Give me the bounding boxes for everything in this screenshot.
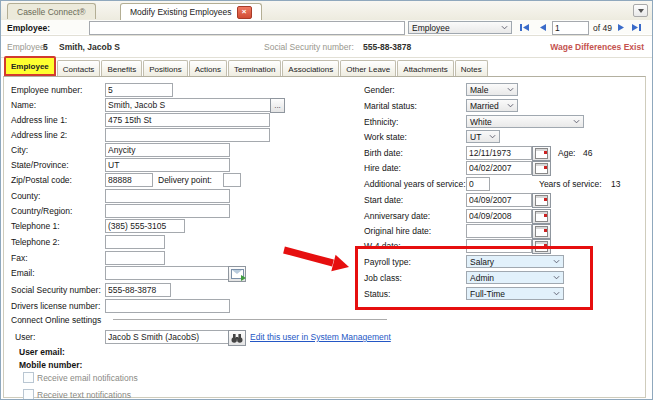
record-index-input[interactable]: [552, 21, 589, 35]
age-value: 46: [583, 148, 592, 158]
county-input[interactable]: [105, 189, 230, 203]
start-date-label: Start date:: [364, 195, 403, 205]
tab-modify-label: Modify Existing Employees: [130, 7, 232, 17]
tab-positions[interactable]: Positions: [143, 60, 187, 76]
ethnicity-label: Ethnicity:: [364, 117, 399, 127]
next-record-icon: [616, 23, 625, 32]
country-region-label: Country/Region:: [11, 206, 72, 216]
record-count-label: of 49: [593, 23, 612, 33]
edit-user-link[interactable]: Edit this user in System Management: [250, 332, 391, 342]
last-record-button[interactable]: [629, 22, 643, 33]
annotation-highlight-box: [355, 246, 593, 310]
original-hire-date-input[interactable]: [466, 224, 532, 238]
start-date-calendar-button[interactable]: [532, 193, 551, 208]
hire-date-calendar-button[interactable]: [532, 161, 551, 176]
gender-dropdown[interactable]: Male: [466, 83, 518, 96]
tab-contacts[interactable]: Contacts: [57, 60, 101, 76]
last-record-icon: [631, 23, 642, 32]
fax-input[interactable]: [105, 251, 165, 265]
user-input[interactable]: [105, 330, 229, 344]
form-tab-strip: Employee Contacts Benefits Positions Act…: [4, 59, 489, 76]
gender-label: Gender:: [364, 85, 395, 95]
tab-actions[interactable]: Actions: [189, 60, 227, 76]
chevron-down-icon: [489, 134, 496, 139]
additional-years-input[interactable]: [466, 177, 490, 191]
tab-attachments[interactable]: Attachments: [397, 60, 453, 76]
address-line-1-input[interactable]: [105, 113, 270, 127]
start-date-input[interactable]: [466, 193, 532, 207]
close-tab-icon[interactable]: ×: [237, 6, 252, 19]
section-divider: [113, 319, 387, 320]
next-record-button[interactable]: [613, 22, 627, 33]
name-input[interactable]: [105, 98, 271, 112]
user-email-label: User email:: [19, 347, 65, 357]
delivery-point-input[interactable]: [223, 173, 241, 187]
email-input[interactable]: [105, 266, 229, 280]
tab-benefits[interactable]: Benefits: [101, 60, 142, 76]
binoculars-icon: [231, 334, 243, 343]
drivers-license-label: Drivers license number:: [11, 301, 100, 311]
receive-text-checkbox[interactable]: [23, 389, 34, 400]
name-browse-button[interactable]: ...: [270, 98, 285, 113]
drivers-license-input[interactable]: [105, 299, 230, 313]
tab-associations[interactable]: Associations: [282, 60, 339, 76]
tab-modify-existing-employees[interactable]: Modify Existing Employees ×: [120, 3, 262, 20]
app-window: Caselle Connect® Modify Existing Employe…: [0, 0, 653, 400]
first-record-button[interactable]: [517, 22, 531, 33]
hire-date-input[interactable]: [466, 161, 532, 175]
tab-employee[interactable]: Employee: [4, 56, 56, 76]
anniversary-date-calendar-button[interactable]: [532, 209, 551, 224]
telephone-2-input[interactable]: [105, 235, 165, 249]
chevron-down-icon: [573, 119, 580, 124]
telephone-1-label: Telephone 1:: [11, 221, 60, 231]
marital-status-value: Married: [470, 101, 499, 111]
tab-notes[interactable]: Notes: [455, 60, 488, 76]
tab-caselle-connect[interactable]: Caselle Connect®: [7, 3, 96, 19]
city-input[interactable]: [105, 143, 230, 157]
marital-status-dropdown[interactable]: Married: [466, 99, 518, 112]
window-tab-bar: Caselle Connect® Modify Existing Employe…: [1, 1, 652, 21]
city-label: City:: [11, 145, 28, 155]
original-hire-date-calendar-button[interactable]: [532, 224, 551, 239]
hire-date-label: Hire date:: [364, 163, 401, 173]
address-line-2-input[interactable]: [105, 128, 270, 142]
telephone-2-label: Telephone 2:: [11, 237, 60, 247]
anniversary-date-input[interactable]: [466, 209, 532, 223]
additional-years-label: Additional years of service:: [364, 179, 466, 189]
user-lookup-button[interactable]: [228, 330, 246, 346]
chevron-down-icon: [638, 9, 644, 13]
state-province-input[interactable]: [105, 158, 230, 172]
zip-postal-code-input[interactable]: [105, 173, 153, 187]
birth-date-input[interactable]: [466, 146, 532, 160]
employee-number-input[interactable]: [105, 83, 173, 97]
ethnicity-dropdown[interactable]: White: [466, 115, 584, 128]
birth-date-label: Birth date:: [364, 148, 403, 158]
employee-search-input[interactable]: [89, 21, 405, 35]
tab-termination[interactable]: Termination: [228, 60, 281, 76]
work-state-dropdown[interactable]: UT: [466, 130, 500, 143]
calendar-icon: [535, 148, 548, 159]
employee-number-label: Employee number:: [11, 85, 82, 95]
tab-other-leave[interactable]: Other Leave: [340, 60, 396, 76]
search-mode-dropdown[interactable]: Employee: [408, 21, 512, 34]
marital-status-label: Marital status:: [364, 101, 417, 111]
telephone-1-input[interactable]: [105, 219, 185, 233]
years-of-service-label: Years of service:: [539, 179, 602, 189]
divider: [1, 35, 652, 36]
country-region-input[interactable]: [105, 204, 230, 218]
send-email-button[interactable]: [228, 266, 246, 282]
years-of-service-value: 13: [611, 179, 620, 189]
previous-record-icon: [538, 23, 547, 32]
birth-date-calendar-button[interactable]: [532, 146, 551, 161]
receive-email-checkbox[interactable]: [23, 372, 34, 383]
county-label: County:: [11, 191, 40, 201]
chevron-down-icon: [507, 103, 514, 108]
previous-record-button[interactable]: [535, 22, 549, 33]
infobar-ssn-label: Social Security number:: [264, 42, 354, 52]
window-menu-button[interactable]: [633, 4, 648, 17]
calendar-icon: [535, 226, 548, 237]
delivery-point-label: Delivery point:: [158, 175, 212, 185]
ssn-input[interactable]: [105, 283, 171, 297]
work-state-value: UT: [470, 132, 481, 142]
connect-online-section-title: Connect Online settings: [11, 315, 101, 325]
